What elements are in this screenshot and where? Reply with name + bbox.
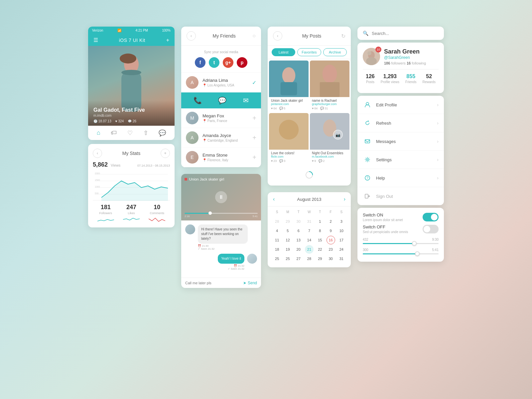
cal-day-29prev[interactable]: 29: [283, 217, 292, 226]
add-icon[interactable]: +: [166, 37, 169, 43]
cal-day-30[interactable]: 30: [327, 254, 335, 263]
cal-day-31prev[interactable]: 31: [305, 217, 314, 226]
followers-stat: 181 Followers: [97, 204, 114, 223]
slider-2-track[interactable]: [363, 253, 439, 254]
cal-day-23[interactable]: 23: [327, 245, 335, 254]
likes-sparkline: [123, 216, 140, 223]
stats-back-button[interactable]: ‹: [93, 149, 102, 158]
menu-help[interactable]: ? Help ›: [357, 169, 444, 187]
cal-next-button[interactable]: ›: [344, 196, 345, 202]
chat-icon[interactable]: 💬: [218, 96, 226, 104]
cal-day-1[interactable]: 1: [316, 217, 324, 226]
post-item-3[interactable]: Love the colors! flickr.com ♥ 23 💬 3: [269, 113, 309, 164]
cal-day-30prev[interactable]: 30: [294, 217, 303, 226]
call-icon[interactable]: 📞: [194, 96, 202, 104]
posts-back-button[interactable]: ‹: [273, 31, 282, 41]
adriana-name: Adriana Lima: [202, 78, 252, 83]
tab-tag-icon[interactable]: 🏷: [111, 129, 117, 137]
tab-favorites[interactable]: Favorites: [297, 48, 321, 56]
emma-add-icon[interactable]: +: [252, 154, 256, 161]
cal-day-31[interactable]: 31: [337, 254, 346, 263]
post-item-2[interactable]: name is Rachael graphicburger.com ♥ 84 💬…: [310, 61, 349, 112]
pstat-posts: 126 Posts: [366, 73, 375, 84]
record-indicator: [185, 178, 187, 181]
cal-day-28[interactable]: 28: [305, 254, 314, 263]
friend-item-amanda[interactable]: A Amanda Joyce 📍 Cambridge, England +: [181, 128, 261, 148]
cal-day-6[interactable]: 6: [294, 226, 303, 235]
menu-refresh[interactable]: Refresh ›: [357, 114, 444, 132]
cal-day-20[interactable]: 20: [294, 245, 303, 254]
cal-day-8[interactable]: 8: [316, 226, 324, 235]
cal-day-13[interactable]: 13: [294, 236, 303, 244]
friend-item-emma[interactable]: E Emma Stone 📍 Florence, Italy +: [181, 148, 261, 167]
friend-item-adriana[interactable]: A Adriana Lima 📍 Los Angeles, USA ✓: [181, 73, 261, 92]
cal-day-25[interactable]: 25: [273, 254, 281, 263]
cal-day-28prev[interactable]: 28: [273, 217, 281, 226]
friends-search-icon[interactable]: ○: [252, 33, 256, 39]
post-item-4[interactable]: 📷 Night Out Ensembles m.facebook.com ♥ 9…: [310, 113, 349, 164]
cal-day-11[interactable]: 11: [273, 236, 281, 244]
menu-card: Edit Profile › Refresh ›: [357, 96, 444, 205]
chat-input-area[interactable]: ➤ Send: [181, 278, 261, 288]
tab-heart-icon[interactable]: ♡: [127, 129, 133, 137]
menu-messages[interactable]: Messages ›: [357, 132, 444, 151]
menu-edit-profile[interactable]: Edit Profile ›: [357, 96, 444, 114]
google-plus-icon[interactable]: g+: [223, 57, 233, 68]
slider-2-thumb[interactable]: [415, 251, 420, 256]
cal-day-4[interactable]: 4: [273, 226, 281, 235]
hero-image: Gal Gadot, Fast Five m.imdb.com 🕐 18.07.…: [88, 46, 175, 126]
cal-day-7[interactable]: 7: [305, 226, 314, 235]
search-input[interactable]: [372, 31, 439, 36]
cal-day-17[interactable]: 17: [337, 236, 346, 244]
menu-icon[interactable]: ☰: [93, 37, 98, 43]
cal-day-27[interactable]: 27: [294, 254, 303, 263]
mail-icon[interactable]: ✉: [243, 96, 249, 104]
stats-add-button[interactable]: +: [161, 149, 170, 158]
tab-latest[interactable]: Latest: [272, 48, 295, 56]
cal-day-3[interactable]: 3: [337, 217, 346, 226]
pinterest-icon[interactable]: p: [237, 57, 247, 68]
posts-refresh-icon[interactable]: ↻: [341, 33, 345, 39]
menu-settings[interactable]: Settings ›: [357, 151, 444, 169]
friends-back-button[interactable]: ‹: [187, 31, 196, 41]
cal-day-25b[interactable]: 25: [283, 254, 292, 263]
slider-1-track[interactable]: [363, 243, 439, 244]
twitter-icon[interactable]: t: [209, 57, 219, 68]
cal-day-10[interactable]: 10: [337, 226, 346, 235]
facebook-icon[interactable]: f: [195, 57, 205, 68]
cal-day-24[interactable]: 24: [337, 245, 346, 254]
tab-home-icon[interactable]: ⌂: [97, 129, 100, 137]
send-button[interactable]: ➤ Send: [243, 281, 257, 285]
cal-day-14[interactable]: 14: [305, 236, 314, 244]
post-item-1[interactable]: Union Jack skater girl pinterest.com ♥ 6…: [269, 61, 309, 112]
cal-day-12[interactable]: 12: [283, 236, 292, 244]
friend-item-megan[interactable]: M Megan Fox 📍 Paris, France +: [181, 108, 261, 128]
cal-day-15[interactable]: 15: [316, 236, 324, 244]
cal-day-29[interactable]: 29: [316, 254, 324, 263]
cal-day-9[interactable]: 9: [327, 226, 335, 235]
cal-day-18[interactable]: 18: [273, 245, 281, 254]
progress-thumb[interactable]: [208, 211, 212, 215]
svg-point-28: [367, 51, 371, 55]
cal-day-22[interactable]: 22: [316, 245, 324, 254]
amanda-add-icon[interactable]: +: [252, 134, 256, 142]
cal-day-5[interactable]: 5: [283, 226, 292, 235]
posts-title: My Posts: [302, 33, 322, 39]
pause-button[interactable]: ⏸: [215, 191, 227, 203]
megan-add-icon[interactable]: +: [252, 114, 256, 122]
slider-1-thumb[interactable]: [412, 241, 417, 246]
cal-day-2[interactable]: 2: [327, 217, 335, 226]
cal-day-16-today[interactable]: 16: [327, 236, 335, 244]
tab-archive[interactable]: Archive: [323, 48, 347, 56]
tab-message-icon[interactable]: 💬: [159, 129, 166, 137]
chat-input-field[interactable]: [185, 281, 243, 285]
toggle-on-switch[interactable]: ✓: [423, 213, 439, 221]
cal-day-19[interactable]: 19: [283, 245, 292, 254]
tab-share-icon[interactable]: ⇧: [143, 129, 148, 137]
cal-day-21-selected[interactable]: 21: [305, 245, 314, 254]
menu-signout[interactable]: Sign Out: [357, 187, 444, 205]
toggle-off-switch[interactable]: ✕: [423, 225, 439, 233]
progress-track[interactable]: [185, 213, 258, 214]
cal-prev-button[interactable]: ‹: [273, 196, 275, 202]
search-card[interactable]: 🔍: [357, 27, 444, 40]
